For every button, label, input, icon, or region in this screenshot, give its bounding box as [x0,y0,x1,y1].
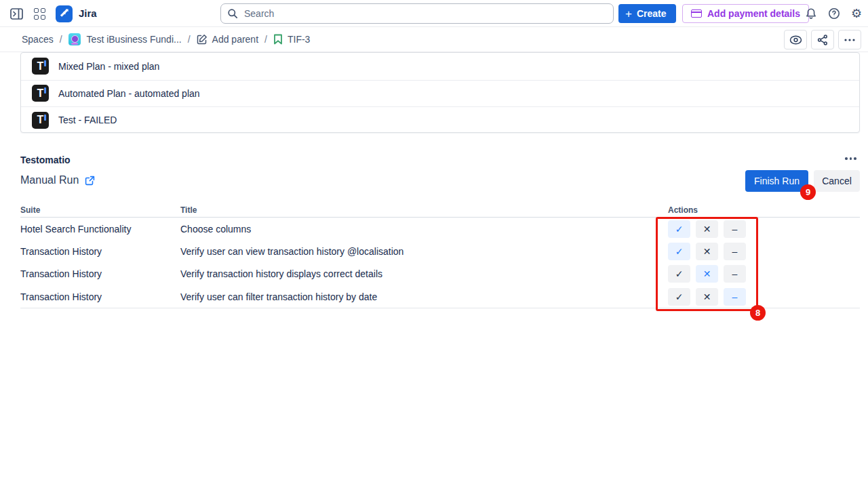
add-parent-button[interactable]: Add parent [197,34,259,45]
page-key-label: TIF-3 [288,34,310,45]
plus-icon: + [625,8,632,20]
more-actions-button[interactable] [838,30,861,49]
mark-pass-button[interactable]: ✓ [668,220,690,238]
app-switcher-icon[interactable] [30,4,49,23]
add-parent-label: Add parent [212,34,259,45]
notifications-bell-icon[interactable] [802,4,821,23]
plan-label: Test - FAILED [58,115,117,125]
section-more-icon[interactable] [845,157,856,160]
test-case-row: Transaction History Verify transaction h… [0,263,868,285]
test-case-row: Hotel Search Functionality Choose column… [0,218,868,240]
test-plan-row[interactable]: T Test - FAILED [21,106,859,133]
results-table-header: Suite Title Actions [0,205,868,217]
column-header-title: Title [180,205,197,215]
share-button[interactable] [811,30,834,49]
page-actions [784,30,861,49]
breadcrumb-spaces[interactable]: Spaces [22,34,54,45]
global-search [220,3,614,24]
search-icon [227,8,238,19]
breadcrumb: Spaces / Test iBusiness Fundi... / Add p… [22,33,310,45]
mark-pass-button[interactable]: ✓ [668,288,690,306]
mark-pass-button[interactable]: ✓ [668,243,690,260]
testomatio-logo-icon: T [32,112,49,129]
external-link-icon[interactable] [85,176,95,186]
suite-cell: Transaction History [20,268,102,279]
test-case-row: Transaction History Verify user can view… [0,240,868,262]
edit-icon [197,34,208,45]
create-button-label: Create [637,8,667,19]
search-input[interactable] [220,3,614,24]
mark-fail-button[interactable]: ✕ [696,220,718,238]
space-avatar-icon[interactable] [68,33,81,45]
breadcrumb-current-page[interactable]: TIF-3 [273,34,310,45]
manual-run-label: Manual Run [20,174,79,186]
help-icon[interactable] [825,4,844,23]
breadcrumb-separator: / [264,34,267,45]
suite-cell: Hotel Search Functionality [20,224,131,235]
mark-fail-button[interactable]: ✕ [696,243,718,260]
actions-cell: ✓✕– [668,243,746,260]
mark-skip-button[interactable]: – [724,288,746,306]
watch-eye-button[interactable] [784,30,807,49]
bookmark-icon [273,34,283,45]
app-title: Jira [79,7,97,19]
credit-card-icon [691,9,702,18]
mark-skip-button[interactable]: – [724,265,746,283]
title-cell: Choose columns [180,224,251,235]
mark-fail-button[interactable]: ✕ [696,288,718,306]
mark-pass-button[interactable]: ✓ [668,265,690,283]
breadcrumb-separator: / [188,34,191,45]
testomatio-logo-icon: T [32,58,49,75]
plan-label: Automated Plan - automated plan [58,88,200,99]
app-grid-glyph [34,8,45,20]
actions-cell: ✓✕– [668,288,746,306]
test-plans-card: T Mixed Plan - mixed plan T Automated Pl… [20,52,860,133]
suite-cell: Transaction History [20,246,102,257]
cancel-button[interactable]: Cancel [814,170,860,192]
plan-label: Mixed Plan - mixed plan [58,61,159,72]
column-header-actions: Actions [668,205,698,215]
breadcrumb-separator: / [60,34,62,45]
column-header-suite: Suite [20,205,40,215]
jira-logo[interactable] [56,5,73,22]
actions-cell: ✓✕– [668,220,746,238]
payment-button-label: Add payment details [707,8,800,19]
finish-run-button[interactable]: Finish Run [745,170,808,192]
table-bottom-divider [20,308,860,308]
testomatio-logo-icon: T [32,85,49,102]
settings-gear-icon[interactable]: ⚙ [847,4,866,23]
suite-cell: Transaction History [20,291,102,302]
results-table-body: Hotel Search Functionality Choose column… [0,218,868,308]
mark-skip-button[interactable]: – [724,220,746,238]
sidebar-toggle-icon[interactable] [7,4,26,23]
breadcrumb-space-name[interactable]: Test iBusiness Fundi... [87,34,182,45]
breadcrumb-bar: Spaces / Test iBusiness Fundi... / Add p… [0,27,868,52]
title-cell: Verify user can filter transaction histo… [180,291,377,302]
actions-cell: ✓✕– [668,265,746,283]
mark-skip-button[interactable]: – [724,243,746,260]
add-payment-details-button[interactable]: Add payment details [682,4,809,23]
test-plan-row[interactable]: T Automated Plan - automated plan [21,80,859,107]
create-button[interactable]: + Create [618,4,676,23]
test-plan-row[interactable]: T Mixed Plan - mixed plan [21,53,859,80]
top-navigation-bar: Jira + Create Add payment details ⚙ [0,0,868,27]
manual-run-row: Manual Run [20,174,95,186]
section-title: Testomatio [20,155,71,165]
test-case-row: Transaction History Verify user can filt… [0,285,868,308]
title-cell: Verify user can view transaction history… [180,246,403,257]
mark-fail-button[interactable]: ✕ [696,265,718,283]
title-cell: Verify transaction history displays corr… [180,268,382,279]
